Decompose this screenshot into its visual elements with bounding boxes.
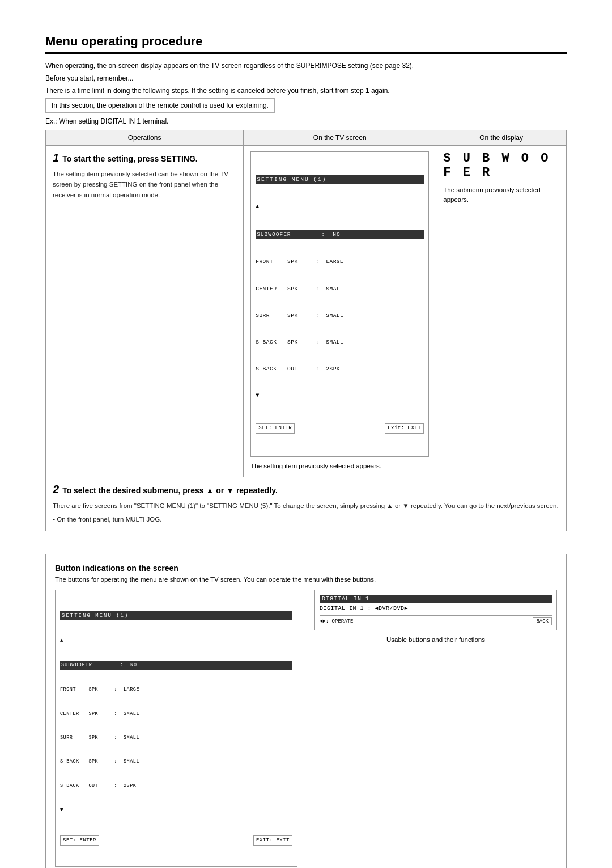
display-text: S U B W O O F E R xyxy=(443,151,559,180)
bottom-box-title: Button indications on the screen xyxy=(55,564,557,573)
bottom-box-desc: The buttons for operating the menu are s… xyxy=(55,576,557,583)
digital-in-header: DIGITAL IN 1 xyxy=(320,595,552,603)
step1-number: 1 xyxy=(53,151,59,164)
display-caption: The submenu previously selected appears. xyxy=(443,185,559,205)
step1-mono-box: SETTING MENU (1) ▲ SUBWOOFER : NO FRONT … xyxy=(250,151,429,457)
set-exit-bar: SET: ENTER Exit: EXIT xyxy=(256,421,424,433)
intro-text-3: There is a time limit in doing the follo… xyxy=(45,86,567,96)
step1-tv-caption: The setting item previously selected app… xyxy=(250,461,429,471)
main-table: Operations On the TV screen On the displ… xyxy=(45,130,567,531)
note-box: In this section, the operation of the re… xyxy=(45,98,275,113)
intro-text-2: Before you start, remember... xyxy=(45,73,567,83)
step1-display: S U B W O O F E R The submenu previously… xyxy=(436,146,567,477)
page-title: Menu operating procedure xyxy=(45,34,567,54)
step1-operations: 1 To start the setting, press SETTING. T… xyxy=(46,146,244,477)
step2-desc1: There are five screens from "SETTING MEN… xyxy=(53,501,559,511)
bottom-left-col: SETTING MENU (1) ▲ SUBWOOFER : NO FRONT … xyxy=(55,590,298,868)
step2-operations: 2 To select the desired submenu, press ▲… xyxy=(46,477,567,531)
mono-header: SETTING MENU (1) xyxy=(256,175,424,184)
table-row: 1 To start the setting, press SETTING. T… xyxy=(46,146,567,477)
bottom-set-label: SET: ENTER xyxy=(60,835,99,845)
step1-tv-screen: SETTING MENU (1) ▲ SUBWOOFER : NO FRONT … xyxy=(244,146,436,477)
bottom-box: Button indications on the screen The but… xyxy=(45,554,567,868)
bottom-screens: SETTING MENU (1) ▲ SUBWOOFER : NO FRONT … xyxy=(55,590,557,868)
intro-text-1: When operating, the on-screen display ap… xyxy=(45,61,567,71)
table-row: 2 To select the desired submenu, press ▲… xyxy=(46,477,567,531)
ex-label: Ex.: When setting DIGITAL IN 1 terminal. xyxy=(45,117,567,125)
bottom-left-mono: SETTING MENU (1) ▲ SUBWOOFER : NO FRONT … xyxy=(55,590,298,867)
operate-bar: ◄►: OPERATE BACK xyxy=(320,615,552,625)
col-header-tv: On the TV screen xyxy=(244,130,436,146)
col-header-display: On the display xyxy=(436,130,567,146)
bottom-right-caption: Usable buttons and their functions xyxy=(314,635,557,645)
col-header-operations: Operations xyxy=(46,130,244,146)
step2-heading: To select the desired submenu, press ▲ o… xyxy=(62,486,278,495)
operate-label: ◄►: OPERATE xyxy=(320,619,353,624)
digital-in-box: DIGITAL IN 1 DIGITAL IN 1 : ◄DVR/DVD► ◄►… xyxy=(314,590,557,630)
bottom-exit-label: EXIT: EXIT xyxy=(253,835,292,845)
step1-heading: To start the setting, press SETTING. xyxy=(62,154,198,163)
set-label: SET: ENTER xyxy=(256,423,295,433)
bottom-set-exit: SET: ENTER EXIT: EXIT xyxy=(60,833,292,845)
back-btn: BACK xyxy=(533,617,552,625)
step2-bullet: On the front panel, turn MULTI JOG. xyxy=(53,514,559,524)
digital-in-line: DIGITAL IN 1 : ◄DVR/DVD► xyxy=(320,606,552,612)
exit-label: Exit: EXIT xyxy=(385,423,424,433)
bottom-right-col: DIGITAL IN 1 DIGITAL IN 1 : ◄DVR/DVD► ◄►… xyxy=(314,590,557,868)
step1-desc: The setting item previously selected can… xyxy=(53,169,236,200)
step2-number: 2 xyxy=(53,483,59,496)
